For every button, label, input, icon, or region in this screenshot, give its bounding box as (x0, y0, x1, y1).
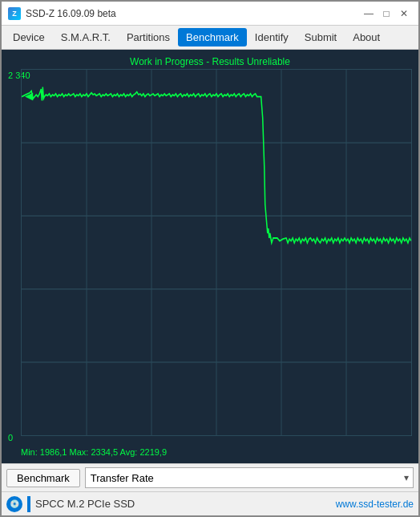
title-controls: — □ ✕ (361, 6, 412, 22)
menu-item-smart[interactable]: S.M.A.R.T. (53, 28, 119, 46)
status-divider (27, 496, 30, 512)
title-bar: Z SSD-Z 16.09.09 beta — □ ✕ (2, 2, 418, 26)
app-icon: Z (8, 7, 21, 20)
menu-item-submit[interactable]: Submit (297, 28, 345, 46)
benchmark-button[interactable]: Benchmark (6, 469, 80, 487)
menu-item-benchmark[interactable]: Benchmark (178, 28, 247, 46)
website-link[interactable]: www.ssd-tester.de (336, 499, 414, 510)
chart-title: Work in Progress - Results Unreliable (5, 56, 415, 67)
menu-item-partitions[interactable]: Partitions (119, 28, 178, 46)
chart-stats: Min: 1986,1 Max: 2334,5 Avg: 2219,9 (21, 447, 167, 457)
menu-item-device[interactable]: Device (5, 28, 53, 46)
drive-icon: 💿 (6, 496, 22, 512)
benchmark-chart (22, 70, 411, 435)
chart-svg-container (21, 69, 412, 436)
maximize-button[interactable]: □ (378, 6, 394, 22)
toolbar: Benchmark Transfer RateRandom ReadRandom… (2, 463, 418, 491)
select-wrapper: Transfer RateRandom ReadRandom WriteSequ… (85, 467, 414, 488)
minimize-button[interactable]: — (361, 6, 377, 22)
chart-area: Work in Progress - Results Unreliable 2 … (5, 53, 415, 460)
drive-label: SPCC M.2 PCIe SSD (35, 498, 336, 510)
status-bar: 💿 SPCC M.2 PCIe SSD www.ssd-tester.de (2, 491, 418, 515)
chart-type-select[interactable]: Transfer RateRandom ReadRandom WriteSequ… (85, 467, 414, 488)
close-button[interactable]: ✕ (396, 6, 412, 22)
main-content: Work in Progress - Results Unreliable 2 … (2, 50, 418, 463)
menu-item-about[interactable]: About (345, 28, 388, 46)
window-title: SSD-Z 16.09.09 beta (26, 8, 116, 19)
chart-y-bottom-label: 0 (8, 433, 13, 442)
title-bar-left: Z SSD-Z 16.09.09 beta (8, 7, 116, 20)
menu-bar: DeviceS.M.A.R.T.PartitionsBenchmarkIdent… (2, 26, 418, 50)
menu-item-identify[interactable]: Identify (247, 28, 297, 46)
